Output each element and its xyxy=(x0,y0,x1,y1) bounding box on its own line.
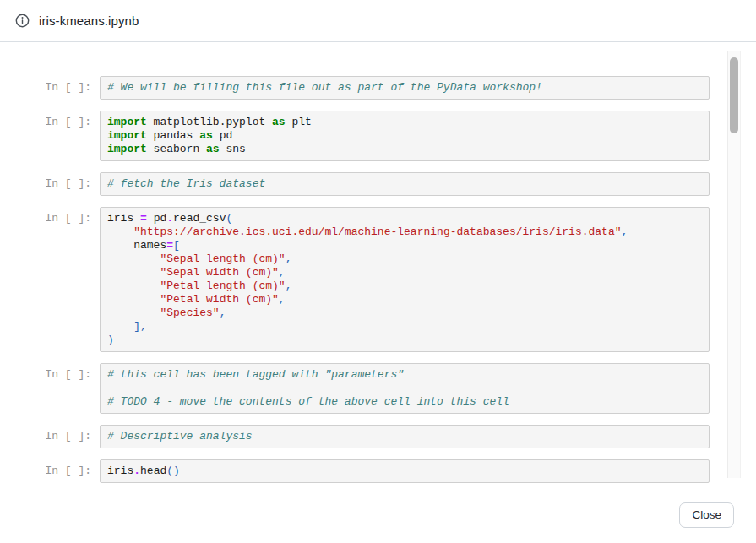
notebook-cell: In [ ]:# We will be filling this file ou… xyxy=(17,76,710,100)
cell-prompt: In [ ]: xyxy=(17,425,91,443)
cell-prompt: In [ ]: xyxy=(17,459,91,478)
cell-prompt: In [ ]: xyxy=(17,207,91,225)
code-cell: iris.head() xyxy=(100,459,710,483)
cell-prompt: In [ ]: xyxy=(17,363,91,382)
notebook-cell: In [ ]:# fetch the Iris dataset xyxy=(17,172,710,196)
cell-prompt: In [ ]: xyxy=(17,76,91,95)
dialog-footer: Close xyxy=(679,502,734,528)
code-cell: # fetch the Iris dataset xyxy=(100,172,710,196)
info-icon xyxy=(15,14,30,28)
dialog-header: iris-kmeans.ipynb xyxy=(0,0,756,42)
code-cell: iris = pd.read_csv( "https://archive.ics… xyxy=(100,207,710,352)
notebook-cell: In [ ]:# Descriptive analysis xyxy=(17,425,710,448)
notebook-scroll-area[interactable]: In [ ]:# We will be filling this file ou… xyxy=(0,43,756,486)
notebook-cells: In [ ]:# We will be filling this file ou… xyxy=(0,43,756,483)
notebook-cell: In [ ]:import matplotlib.pyplot as pltim… xyxy=(17,111,710,161)
notebook-cell: In [ ]:# this cell has been tagged with … xyxy=(17,363,710,414)
close-button[interactable]: Close xyxy=(679,502,734,528)
cell-prompt: In [ ]: xyxy=(17,172,91,191)
code-cell: import matplotlib.pyplot as pltimport pa… xyxy=(100,111,710,161)
scrollbar-thumb[interactable] xyxy=(730,57,738,133)
code-cell: # We will be filling this file out as pa… xyxy=(100,76,710,100)
code-cell: # Descriptive analysis xyxy=(100,425,710,448)
notebook-cell: In [ ]:iris.head() xyxy=(17,459,710,483)
notebook-cell: In [ ]:iris = pd.read_csv( "https://arch… xyxy=(17,207,710,352)
scrollbar-track[interactable] xyxy=(727,51,741,478)
cell-prompt: In [ ]: xyxy=(17,111,91,129)
dialog-title: iris-kmeans.ipynb xyxy=(39,14,139,28)
code-cell: # this cell has been tagged with "parame… xyxy=(100,363,710,414)
